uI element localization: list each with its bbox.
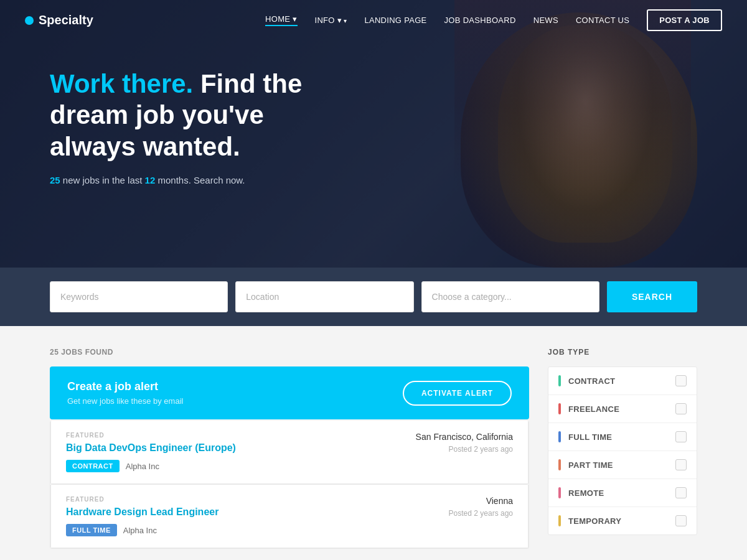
job-meta-right: Vienna Posted 2 years ago	[449, 496, 513, 518]
nav-home[interactable]: HOME ▾	[265, 14, 297, 26]
job-card-inner: FEATURED Big Data DevOps Engineer (Europ…	[66, 432, 513, 472]
job-left: FEATURED Big Data DevOps Engineer (Europ…	[66, 432, 236, 472]
parttime-checkbox[interactable]	[675, 459, 687, 470]
hero-subtitle: 25 new jobs in the last 12 months. Searc…	[50, 175, 336, 185]
search-button[interactable]: SEARCH	[607, 281, 697, 312]
contract-color-dot	[558, 375, 561, 386]
job-posted: Posted 2 years ago	[416, 445, 513, 454]
job-company: Alpha Inc	[123, 526, 157, 535]
job-alert-content: Create a job alert Get new jobs like the…	[67, 380, 183, 406]
job-left: FEATURED Hardware Design Lead Engineer F…	[66, 496, 218, 536]
post-job-button[interactable]: POST A JOB	[647, 9, 722, 31]
job-tags: FULL TIME Alpha Inc	[66, 524, 218, 536]
job-posted: Posted 2 years ago	[449, 509, 513, 518]
search-bar: SEARCH	[0, 268, 747, 326]
logo[interactable]: Specialty	[25, 13, 93, 27]
job-featured-label: FEATURED	[66, 432, 236, 439]
job-listings: FEATURED Big Data DevOps Engineer (Europ…	[50, 421, 529, 549]
job-type-list: CONTRACT FREELANCE FULL TIME PART TIME R	[548, 366, 697, 535]
sidebar: JOB TYPE CONTRACT FREELANCE FULL TIME PA…	[548, 348, 697, 553]
list-item[interactable]: CONTRACT	[548, 367, 697, 395]
job-card-inner: FEATURED Hardware Design Lead Engineer F…	[66, 496, 513, 536]
job-tags: CONTRACT Alpha Inc	[66, 460, 236, 472]
keywords-input[interactable]	[50, 281, 228, 312]
job-type-tag: CONTRACT	[66, 460, 120, 472]
job-type-label: REMOTE	[568, 488, 675, 498]
sidebar-job-type-title: JOB TYPE	[548, 348, 697, 357]
job-meta-right: San Francisco, California Posted 2 years…	[416, 432, 513, 454]
table-row: FEATURED Big Data DevOps Engineer (Europ…	[50, 421, 529, 484]
job-alert-box: Create a job alert Get new jobs like the…	[50, 366, 529, 419]
job-type-tag: FULL TIME	[66, 524, 117, 536]
freelance-checkbox[interactable]	[675, 403, 687, 414]
nav-dashboard[interactable]: JOB DASHBOARD	[444, 16, 516, 25]
contract-checkbox[interactable]	[675, 375, 687, 386]
temporary-checkbox[interactable]	[675, 515, 687, 526]
freelance-color-dot	[558, 403, 561, 414]
job-location: San Francisco, California	[416, 432, 513, 442]
nav-info[interactable]: INFO ▾	[315, 16, 347, 25]
hero-stat-count: 25	[50, 175, 60, 185]
nav-contact[interactable]: CONTACT US	[576, 16, 629, 25]
temporary-color-dot	[558, 515, 561, 526]
hero-stat-months: 12	[145, 175, 156, 185]
list-item[interactable]: TEMPORARY	[548, 507, 697, 534]
list-item[interactable]: FULL TIME	[548, 423, 697, 451]
parttime-color-dot	[558, 459, 561, 470]
job-type-label: PART TIME	[568, 460, 675, 470]
job-title-link[interactable]: Big Data DevOps Engineer (Europe)	[66, 442, 236, 454]
job-alert-subtitle: Get new jobs like these by email	[67, 396, 183, 406]
hero-title-accent: Work there.	[50, 69, 193, 98]
job-type-label: CONTRACT	[568, 376, 675, 386]
logo-dot	[25, 16, 34, 25]
hero-title: Work there. Find the dream job you've al…	[50, 68, 336, 162]
list-item[interactable]: FREELANCE	[548, 395, 697, 423]
job-alert-title: Create a job alert	[67, 380, 183, 393]
fulltime-checkbox[interactable]	[675, 431, 687, 442]
list-item[interactable]: PART TIME	[548, 451, 697, 479]
remote-color-dot	[558, 487, 561, 498]
nav-news[interactable]: NEWS	[533, 16, 558, 25]
location-input[interactable]	[235, 281, 413, 312]
nav-landing[interactable]: LANDING PAGE	[364, 16, 426, 25]
jobs-section: 25 JOBS FOUND Create a job alert Get new…	[50, 348, 529, 553]
job-type-label: FULL TIME	[568, 432, 675, 442]
job-featured-label: FEATURED	[66, 496, 218, 503]
fulltime-color-dot	[558, 431, 561, 442]
logo-text: Specialty	[39, 13, 93, 27]
hero-stat-suffix: months. Search now.	[155, 175, 245, 185]
remote-checkbox[interactable]	[675, 487, 687, 498]
main-nav: HOME ▾ INFO ▾ LANDING PAGE JOB DASHBOARD…	[265, 9, 722, 31]
activate-alert-button[interactable]: ACTIVATE ALERT	[403, 381, 512, 406]
job-type-label: TEMPORARY	[568, 516, 675, 526]
hero-stat-text: new jobs in the last	[60, 175, 145, 185]
table-row: FEATURED Hardware Design Lead Engineer F…	[50, 484, 529, 548]
category-input[interactable]	[421, 281, 599, 312]
job-title-link[interactable]: Hardware Design Lead Engineer	[66, 506, 218, 518]
header: Specialty HOME ▾ INFO ▾ LANDING PAGE JOB…	[0, 0, 747, 40]
jobs-found-count: 25 JOBS FOUND	[50, 348, 529, 357]
job-type-label: FREELANCE	[568, 404, 675, 414]
job-company: Alpha Inc	[126, 462, 159, 471]
list-item[interactable]: REMOTE	[548, 479, 697, 507]
job-location: Vienna	[449, 496, 513, 506]
main-content: 25 JOBS FOUND Create a job alert Get new…	[0, 326, 747, 560]
